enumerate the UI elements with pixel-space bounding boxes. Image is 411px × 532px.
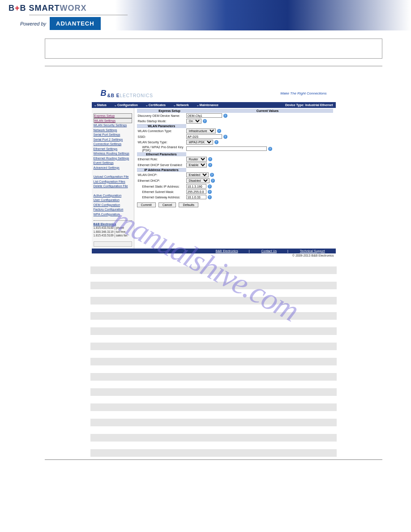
eth-ip-label: Ethernet Static IP Address:: [137, 185, 186, 188]
help-icon[interactable]: ?: [214, 140, 218, 144]
table-row: [90, 388, 337, 396]
help-icon[interactable]: ?: [211, 179, 215, 183]
psk-input[interactable]: [186, 146, 267, 151]
sidebar-item-network-settings[interactable]: Network Settings: [94, 128, 132, 133]
table-row: [90, 373, 337, 381]
ssid-label: SSID:: [137, 135, 186, 138]
sec-type-select[interactable]: WPA2-PSK: [186, 140, 213, 145]
eth-role-label: Ethernet Role:: [137, 158, 186, 161]
sidebar-item-connection[interactable]: Connection Settings: [94, 142, 132, 147]
help-icon[interactable]: ?: [210, 173, 214, 177]
radio-mode-label: Radio Startup Mode:: [137, 120, 186, 123]
section-header: Express Setup Current Values: [137, 109, 333, 113]
sidebar-contact: B&B Electronics 1.815.433.5100 | phone 1…: [94, 223, 132, 238]
scrollbar-horizontal[interactable]: [94, 241, 132, 247]
sidebar-item-event[interactable]: Event Settings: [94, 161, 132, 166]
sidebar-item-advanced[interactable]: Advanced Settings: [94, 166, 132, 171]
sidebar-item-factory-config[interactable]: Factory Configuration: [94, 207, 132, 212]
sidebar-item-upload-config[interactable]: Upload Configuration File: [94, 175, 132, 180]
sidebar-item-delete-config[interactable]: Delete Configuration File: [94, 184, 132, 189]
help-icon[interactable]: ?: [217, 129, 221, 133]
sidebar-item-user-config[interactable]: User Configuration: [94, 198, 132, 203]
table-row: [90, 396, 337, 403]
row-eth-role: Ethernet Role: Router?: [137, 156, 333, 162]
table-row: [90, 411, 337, 419]
table-row: [90, 274, 337, 282]
help-icon[interactable]: ?: [223, 114, 227, 118]
eth-role-select[interactable]: Router: [186, 157, 207, 162]
eth-mask-label: Ethernet Subnet Mask:: [137, 190, 186, 193]
row-device-name: Discovery OEM Device Name: ?: [137, 113, 333, 118]
sec-type-label: WLAN Security Type:: [137, 141, 186, 144]
conn-type-select[interactable]: Infrastructure: [186, 129, 216, 133]
sidebar-item-wireless-routing[interactable]: Wireless Routing Settings: [94, 151, 132, 156]
table-row: [90, 449, 337, 457]
sidebar-item-express-setup[interactable]: Express Setup: [94, 113, 132, 118]
help-icon[interactable]: ?: [208, 157, 212, 161]
eth-gw-input[interactable]: [186, 195, 206, 199]
bottom-rule: [45, 459, 382, 460]
table-row: [90, 350, 337, 358]
nav-configuration[interactable]: Configuration: [115, 103, 138, 107]
header-current-values: Current Values: [202, 109, 333, 113]
sidebar-item-active-config[interactable]: Active Configuration: [94, 193, 132, 198]
main-panel: Express Setup Current Values Discovery O…: [134, 108, 336, 249]
table-row: [90, 403, 337, 411]
contact-name[interactable]: B&B Electronics: [94, 223, 132, 226]
footer-bar: B&B Electronics| Contact Us| Technical S…: [92, 249, 336, 253]
help-icon[interactable]: ?: [203, 119, 207, 123]
sidebar-item-serial-port[interactable]: Serial Port Settings: [94, 133, 132, 137]
row-eth-mask: Ethernet Subnet Mask: ?: [137, 189, 333, 194]
sidebar-item-wlan-security[interactable]: WLAN Security Settings: [94, 123, 132, 128]
table-row: [90, 381, 337, 388]
body-row: Express Setup WLAN Settings WLAN Securit…: [92, 108, 336, 249]
help-icon[interactable]: ?: [208, 163, 212, 167]
sidebar-item-list-config[interactable]: List Configuration Files: [94, 180, 132, 184]
table-row: [90, 365, 337, 373]
help-icon[interactable]: ?: [268, 147, 272, 151]
wlan-dhcp-select[interactable]: Enabled: [186, 172, 209, 177]
bb-logo: B &B ELECTRONICS: [101, 89, 153, 98]
radio-mode-select[interactable]: On: [186, 119, 201, 124]
help-icon[interactable]: ?: [208, 190, 212, 194]
table-row: [90, 426, 337, 434]
help-icon[interactable]: ?: [208, 195, 212, 199]
help-icon[interactable]: ?: [223, 135, 227, 139]
sidebar-item-serial-port-2[interactable]: Serial Port 2 Settings: [94, 137, 132, 142]
nav-status[interactable]: Status: [94, 103, 107, 107]
eth-dhcp-label: Ethernet DHCP:: [137, 179, 186, 182]
eth-dhcp-select[interactable]: Disabled: [186, 178, 210, 183]
eth-mask-input[interactable]: [186, 189, 206, 194]
eth-gw-label: Ethernet Gateway Address:: [137, 196, 186, 199]
device-name-input[interactable]: [186, 113, 222, 118]
table-row: [90, 289, 337, 297]
nav-maintenance[interactable]: Maintenance: [197, 103, 218, 107]
sidebar-item-wpa-config[interactable]: WPA Configuration: [94, 212, 132, 217]
nav-certificates[interactable]: Certificates: [146, 103, 166, 107]
sidebar-item-ethernet-routing[interactable]: Ethernet Routing Settings: [94, 156, 132, 161]
commit-button[interactable]: Commit: [137, 202, 156, 207]
table-row: [90, 335, 337, 343]
sidebar-item-oem-config[interactable]: OEM Configuration: [94, 203, 132, 208]
shot-header: B &B ELECTRONICS Make The Right Connecti…: [92, 84, 336, 102]
cancel-button[interactable]: Cancel: [158, 202, 176, 207]
ssid-input[interactable]: [186, 134, 222, 139]
footer-contact-link[interactable]: Contact Us: [261, 249, 277, 253]
help-icon[interactable]: ?: [208, 184, 212, 189]
footer-support-link[interactable]: Technical Support: [300, 249, 325, 253]
row-eth-dhcp: Ethernet DHCP: Disabled?: [137, 178, 333, 184]
sidebar-divider: [94, 220, 132, 221]
sidebar-item-wlan-settings[interactable]: WLAN Settings: [94, 118, 132, 123]
table-row: [90, 358, 337, 365]
defaults-button[interactable]: Defaults: [179, 202, 198, 207]
footer-bb-link[interactable]: B&B Electronics: [215, 249, 238, 253]
lower-table: [90, 266, 337, 457]
table-row: [90, 320, 337, 327]
row-radio-mode: Radio Startup Mode: On?: [137, 118, 333, 124]
sidebar-item-ethernet[interactable]: Ethernet Settings: [94, 147, 132, 152]
nav-network[interactable]: Network: [174, 103, 189, 107]
eth-ip-input[interactable]: [186, 184, 206, 189]
dhcp-server-select[interactable]: Enable: [186, 163, 207, 167]
table-row: [90, 434, 337, 442]
navbar: Status Configuration Certificates Networ…: [92, 102, 336, 108]
